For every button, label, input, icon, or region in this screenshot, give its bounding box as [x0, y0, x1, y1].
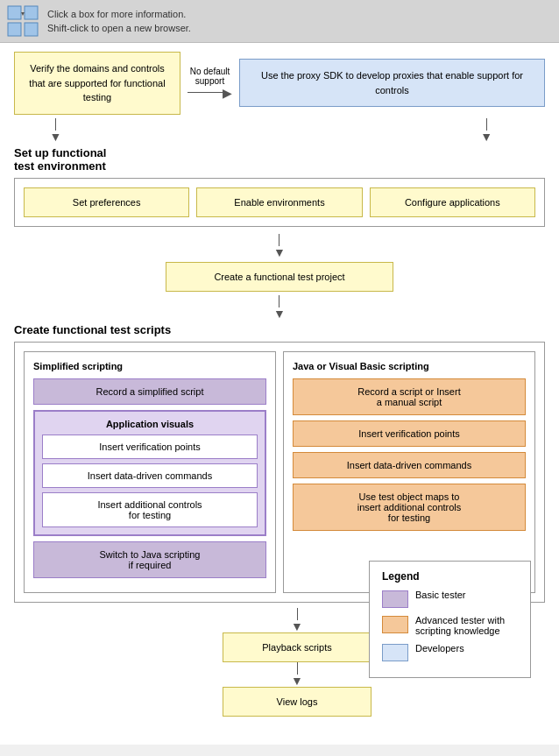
bottom-area: ▼ Playback scripts ▼ View logs Legend Ba…: [14, 608, 545, 731]
arrow-down-1: ▼: [14, 234, 545, 258]
switch-java-box[interactable]: Switch to Java scripting if required: [33, 541, 266, 578]
playback-box[interactable]: Playback scripts: [223, 632, 371, 662]
app-visuals-group: Application visuals Insert verification …: [33, 410, 266, 536]
scripts-section-heading: Create functional test scripts: [14, 323, 545, 336]
simplified-heading: Simplified scripting: [33, 361, 266, 371]
legend-title: Legend: [382, 570, 518, 583]
insert-additional-simple-box[interactable]: Insert additional controls for testing: [42, 492, 258, 527]
basic-swatch: [382, 590, 408, 608]
advanced-swatch: [382, 616, 408, 633]
svg-rect-0: [8, 6, 21, 19]
simplified-col: Simplified scripting Record a simplified…: [24, 351, 276, 593]
set-preferences-box[interactable]: Set preferences: [24, 187, 189, 217]
top-bar: Click a box for more information. Shift-…: [0, 0, 559, 43]
legend-developers: Developers: [382, 643, 518, 661]
enable-environments-box[interactable]: Enable environments: [196, 187, 362, 217]
legend-box: Legend Basic tester Advanced tester with…: [369, 561, 531, 678]
configure-applications-box[interactable]: Configure applications: [370, 187, 535, 217]
svg-rect-1: [25, 6, 38, 19]
top-verify-row: Verify the domains and controls that are…: [14, 52, 545, 115]
env-section: Set preferences Enable environments Conf…: [14, 178, 545, 227]
insert-vp-simple-box[interactable]: Insert verification points: [42, 435, 258, 459]
use-test-object-box[interactable]: Use test object maps to insert additiona…: [293, 484, 526, 531]
svg-rect-2: [8, 23, 21, 36]
help-text: Click a box for more information. Shift-…: [47, 7, 191, 36]
insert-data-java-box[interactable]: Insert data-driven commands: [293, 452, 526, 478]
verify-box[interactable]: Verify the domains and controls that are…: [14, 52, 180, 115]
proxy-box[interactable]: Use the proxy SDK to develop proxies tha…: [239, 59, 545, 107]
logo-icon: [7, 5, 39, 37]
page: Click a box for more information. Shift-…: [0, 0, 559, 745]
java-col: Java or Visual Basic scripting Record a …: [283, 351, 535, 593]
functional-env-heading: Set up functional test environment: [14, 146, 545, 173]
main-content: Verify the domains and controls that are…: [0, 43, 559, 745]
legend-advanced: Advanced tester with scripting knowledge: [382, 615, 518, 636]
arrow-down-2: ▼: [14, 295, 545, 320]
developers-label: Developers: [415, 643, 464, 654]
svg-marker-4: [21, 12, 25, 16]
view-logs-box[interactable]: View logs: [223, 687, 371, 717]
no-support-label: No default support: [190, 67, 230, 86]
scripts-columns: Simplified scripting Record a simplified…: [24, 351, 535, 593]
record-simplified-box[interactable]: Record a simplified script: [33, 378, 266, 405]
advanced-tester-label: Advanced tester with scripting knowledge: [415, 615, 505, 636]
legend-basic: Basic tester: [382, 590, 518, 608]
env-boxes: Set preferences Enable environments Conf…: [24, 187, 535, 217]
record-script-box[interactable]: Record a script or Insert a manual scrip…: [293, 378, 526, 415]
insert-vp-java-box[interactable]: Insert verification points: [293, 420, 526, 447]
basic-tester-label: Basic tester: [415, 590, 465, 600]
developers-swatch: [382, 644, 408, 661]
app-visuals-title: Application visuals: [42, 419, 258, 429]
svg-rect-3: [25, 23, 38, 36]
java-heading: Java or Visual Basic scripting: [293, 361, 526, 371]
insert-data-simple-box[interactable]: Insert data-driven commands: [42, 463, 258, 488]
create-project-box[interactable]: Create a functional test project: [166, 262, 393, 292]
